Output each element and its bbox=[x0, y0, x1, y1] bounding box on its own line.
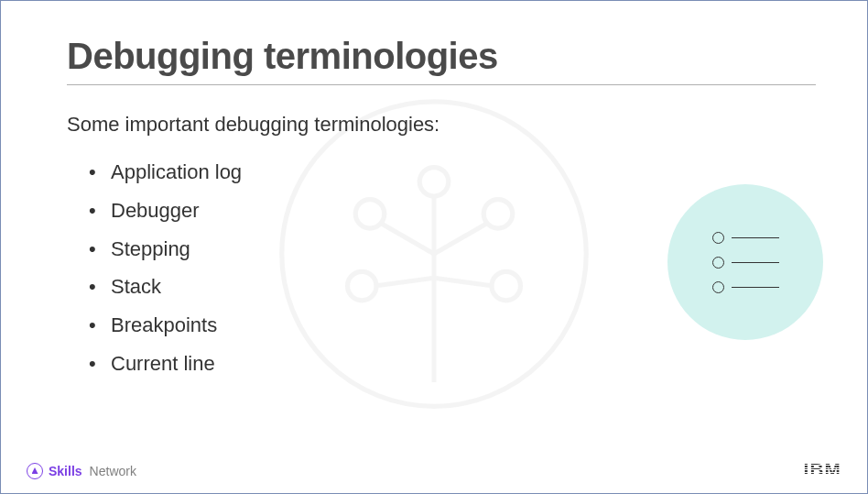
list-graphic-icon bbox=[667, 184, 823, 340]
list-item: Current line bbox=[89, 345, 816, 383]
slide-title: Debugging terminologies bbox=[67, 36, 816, 77]
skills-network-brand: Skills Network bbox=[27, 463, 136, 479]
network-word: Network bbox=[90, 464, 136, 478]
title-rule bbox=[67, 84, 816, 85]
skills-network-icon bbox=[27, 463, 43, 479]
graphic-row bbox=[712, 257, 779, 269]
graphic-row bbox=[712, 232, 779, 244]
list-item: Application log bbox=[89, 153, 816, 192]
graphic-row bbox=[712, 281, 779, 293]
intro-text: Some important debugging terminologies: bbox=[67, 113, 816, 137]
footer: Skills Network IBM bbox=[1, 461, 867, 480]
ibm-logo: IBM bbox=[804, 461, 841, 480]
skills-word: Skills bbox=[49, 464, 82, 478]
